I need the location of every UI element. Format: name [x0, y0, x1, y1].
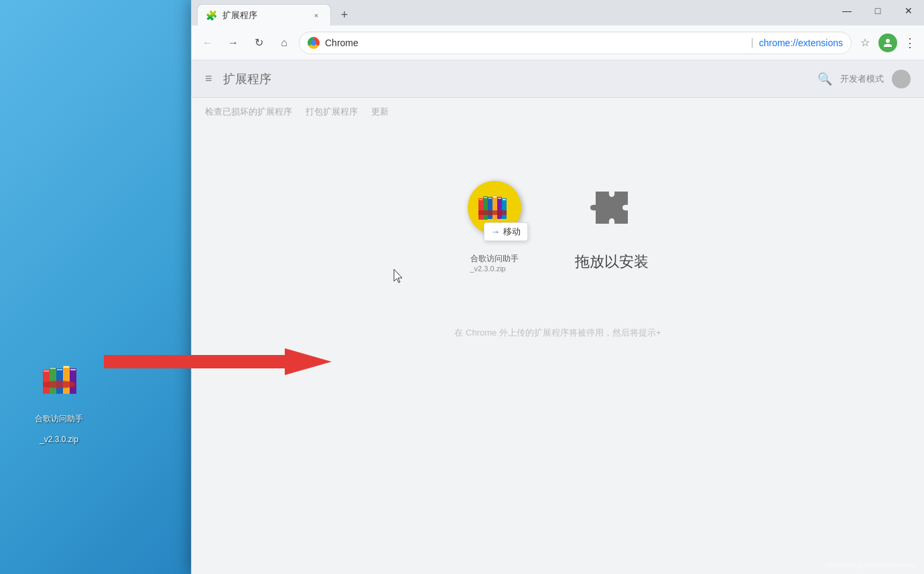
- minimize-button[interactable]: —: [832, 0, 862, 21]
- extensions-header: ≡ 扩展程序 🔍 开发者模式: [192, 60, 924, 98]
- svg-rect-18: [488, 198, 492, 199]
- drop-hint-text: 拖放以安装: [575, 252, 649, 272]
- drop-hint-area: 拖放以安装: [575, 181, 649, 272]
- desktop-icon-image: [36, 355, 82, 401]
- toolbar-item-update[interactable]: 更新: [371, 106, 389, 118]
- winrar-icon-svg: [38, 356, 80, 399]
- svg-rect-11: [43, 382, 75, 387]
- svg-rect-6: [63, 366, 70, 394]
- svg-rect-14: [479, 199, 482, 200]
- navigation-bar: ← → ↻ ⌂ Chrome | chrome://extensions ☆ ⋮: [192, 25, 924, 60]
- browser-menu-button[interactable]: ⋮: [900, 33, 919, 52]
- books-icon-svg: [477, 190, 512, 225]
- svg-rect-8: [70, 368, 76, 394]
- svg-rect-21: [497, 197, 502, 219]
- dragged-file-label: 合歌访问助手: [470, 253, 519, 265]
- extensions-header-right: 🔍 开发者模式: [817, 70, 911, 88]
- svg-rect-15: [483, 196, 488, 220]
- svg-rect-9: [70, 369, 76, 370]
- back-button[interactable]: ←: [197, 32, 218, 54]
- svg-rect-22: [498, 198, 501, 199]
- svg-rect-3: [50, 368, 56, 369]
- home-button[interactable]: ⌂: [273, 32, 295, 54]
- nav-extra-buttons: ⋮: [878, 33, 919, 52]
- move-tooltip: → 移动: [484, 222, 528, 241]
- svg-rect-24: [503, 199, 506, 200]
- extensions-drop-area: → 移动 合歌访问助手 _v2.3.0.zip: [192, 126, 924, 327]
- svg-rect-23: [502, 198, 507, 219]
- browser-window: 🧩 扩展程序 × + — □ ✕ ← → ↻ ⌂ Chrome | ch: [191, 0, 924, 574]
- tab-close-button[interactable]: ×: [310, 9, 322, 21]
- svg-rect-7: [64, 366, 69, 368]
- watermark: https://blog.csdn.net/xxxxxx: [826, 561, 916, 569]
- title-bar: 🧩 扩展程序 × + — □ ✕: [192, 0, 924, 25]
- hamburger-menu-icon[interactable]: ≡: [205, 72, 212, 86]
- dragging-file-icon: → 移动: [468, 181, 521, 234]
- svg-rect-20: [493, 196, 497, 198]
- dragged-file: → 移动 合歌访问助手 _v2.3.0.zip: [468, 181, 521, 273]
- search-button[interactable]: 🔍: [817, 72, 832, 86]
- reload-button[interactable]: ↻: [248, 32, 269, 54]
- address-bar[interactable]: Chrome | chrome://extensions: [299, 31, 852, 54]
- address-url-text: chrome://extensions: [759, 38, 843, 48]
- address-separator: |: [751, 37, 754, 49]
- svg-rect-5: [57, 369, 62, 370]
- svg-rect-1: [44, 370, 49, 372]
- dev-avatar: [892, 70, 911, 88]
- window-controls: — □ ✕: [832, 0, 924, 21]
- toolbar-item-check[interactable]: 检查已损坏的扩展程序: [205, 106, 292, 118]
- profile-avatar[interactable]: [878, 33, 897, 52]
- svg-rect-25: [478, 210, 507, 215]
- svg-rect-16: [484, 197, 487, 198]
- bookmark-button[interactable]: ☆: [856, 33, 874, 52]
- dragged-file-sublabel: _v2.3.0.zip: [470, 265, 519, 273]
- dev-mode-label: 开发者模式: [840, 73, 884, 85]
- forward-button[interactable]: →: [222, 32, 244, 54]
- maximize-button[interactable]: □: [862, 0, 893, 21]
- svg-marker-12: [104, 348, 332, 375]
- puzzle-icon: [585, 181, 639, 241]
- svg-rect-17: [488, 197, 492, 219]
- svg-rect-2: [50, 367, 56, 394]
- extensions-page-title: 扩展程序: [223, 71, 271, 87]
- toolbar-item-pack[interactable]: 打包扩展程序: [306, 106, 358, 118]
- svg-rect-13: [478, 198, 483, 220]
- desktop-background: 合歌访问助手 _v2.3.0.zip 🧩 扩展程序 × + — □ ✕: [0, 0, 924, 574]
- chrome-security-icon: [308, 37, 320, 49]
- new-tab-button[interactable]: +: [334, 4, 355, 25]
- browser-tab[interactable]: 🧩 扩展程序 ×: [197, 4, 331, 25]
- extensions-toolbar: 检查已损坏的扩展程序 打包扩展程序 更新: [192, 98, 924, 126]
- move-tooltip-text: 移动: [503, 226, 521, 238]
- red-arrow: [104, 342, 332, 384]
- close-button[interactable]: ✕: [893, 0, 924, 21]
- address-brand-text: Chrome: [325, 38, 746, 48]
- svg-rect-19: [492, 196, 497, 220]
- tab-favicon-icon: 🧩: [206, 10, 217, 21]
- tab-title: 扩展程序: [222, 9, 305, 21]
- extensions-page: ≡ 扩展程序 🔍 开发者模式 检查已损坏的扩展程序 打包扩展程序 更新: [192, 60, 924, 574]
- desktop-icon-winrar[interactable]: 合歌访问助手 _v2.3.0.zip: [25, 355, 92, 455]
- desktop-icon-label: 合歌访问助手 _v2.3.0.zip: [25, 403, 92, 455]
- move-arrow-icon: →: [491, 226, 501, 237]
